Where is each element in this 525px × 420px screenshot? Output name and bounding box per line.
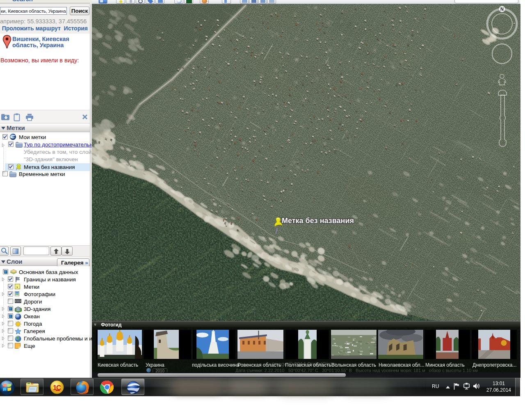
- svg-text:N: N: [500, 7, 504, 11]
- svg-text:Метка без названия: Метка без названия: [282, 217, 354, 225]
